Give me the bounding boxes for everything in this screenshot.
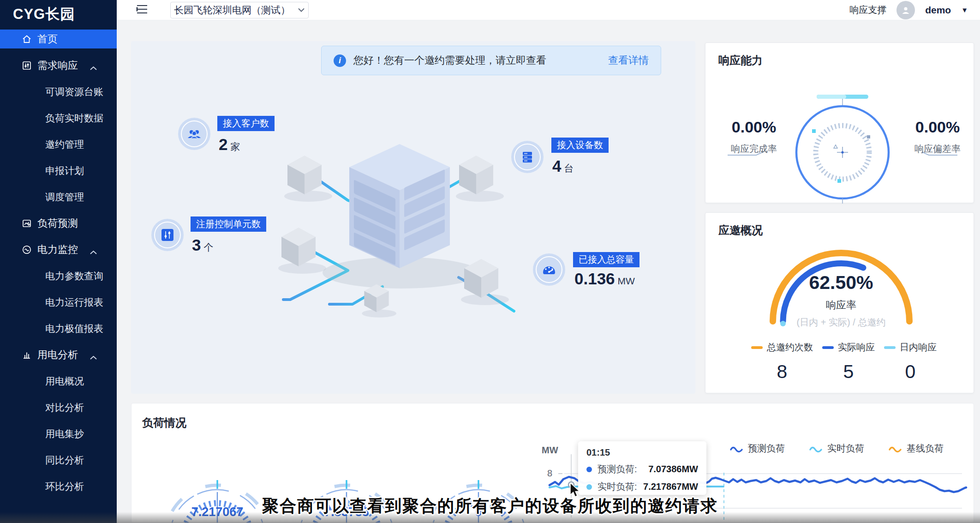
response-completion: 0.00% 响应完成率 <box>717 118 791 155</box>
sidebar-item-adjustable-resources[interactable]: 可调资源台账 <box>0 82 117 101</box>
chart-tooltip: 01:15 预测负荷: 7.07386MW 实时负荷: 7.217867MW <box>578 441 706 495</box>
bar-chart-icon <box>21 349 33 361</box>
wave-icon <box>809 445 823 452</box>
chevron-up-icon <box>90 62 97 74</box>
tooltip-row: 实时负荷: 7.217867MW <box>586 481 698 493</box>
user-icon <box>901 5 911 15</box>
sidebar-item-realtime-load-data[interactable]: 负荷实时数据 <box>0 108 117 127</box>
org-selector[interactable]: 长园飞轮深圳电网（测试） <box>170 2 309 18</box>
response-rate-readout: 62.50% 响应率 (日内 + 实际) / 总邀约 <box>767 272 915 329</box>
menu-fold-icon[interactable] <box>136 4 148 16</box>
notification-banner: i 您好！您有一个邀约需要处理，请立即查看 查看详情 <box>321 46 661 75</box>
sidebar-item-electricity-analysis[interactable]: 用电分析 <box>0 345 117 364</box>
avatar[interactable] <box>896 1 915 19</box>
series-dot <box>586 484 592 490</box>
topbar: 长园飞轮深圳电网（测试） 响应支撑 demo ▼ <box>117 0 980 20</box>
sidebar-item-power-monitoring[interactable]: 电力监控 <box>0 240 117 259</box>
wave-icon <box>729 445 743 452</box>
chevron-up-icon <box>90 246 97 258</box>
sidebar-item-power-parameter-query[interactable]: 电力参数查询 <box>0 266 117 285</box>
invitation-overview-card: 应邀概况 62.50% 响应率 (日内 + 实际) / 总邀约 总邀约次数 8 … <box>705 212 974 393</box>
sidebar: CYG长园 首页 需求响应 可调资源台账 负荷实时数据 邀约管理 申报计划 调度… <box>0 0 117 523</box>
sidebar-item-power-extreme-report[interactable]: 电力极值报表 <box>0 319 117 338</box>
legend-actual-responses: 实际响应 5 <box>816 341 881 383</box>
tooltip-time: 01:15 <box>586 447 698 458</box>
monitor-wave-icon <box>21 244 33 256</box>
sidebar-item-mom-analysis[interactable]: 环比分析 <box>0 477 117 496</box>
sidebar-item-power-operation-report[interactable]: 电力运行报表 <box>0 293 117 312</box>
caret-down-icon[interactable]: ▼ <box>961 6 968 14</box>
overview-panel: i 您好！您有一个邀约需要处理，请立即查看 查看详情 接入客户数 2 家 接入设… <box>131 41 695 394</box>
legend-dash <box>822 346 834 349</box>
sidebar-item-electricity-overview[interactable]: 用电概况 <box>0 372 117 391</box>
chevron-up-icon <box>90 351 97 363</box>
info-icon: i <box>334 54 346 67</box>
users-icon <box>178 118 210 150</box>
line-chart-icon <box>21 217 33 229</box>
sidebar-item-comparison-analysis[interactable]: 对比分析 <box>0 398 117 417</box>
sidebar-item-demand-response[interactable]: 需求响应 <box>0 56 117 75</box>
series-dot <box>586 467 592 472</box>
username[interactable]: demo <box>925 5 951 16</box>
legend-realtime-load[interactable]: 实时负荷 <box>809 442 864 455</box>
legend-dash <box>751 346 763 349</box>
sidebar-item-yoy-analysis[interactable]: 同比分析 <box>0 451 117 469</box>
wave-icon <box>888 445 902 452</box>
legend-baseline-load[interactable]: 基线负荷 <box>888 442 944 455</box>
tooltip-row: 预测负荷: 7.07386MW <box>586 463 698 475</box>
sidebar-item-invitation-management[interactable]: 邀约管理 <box>0 135 117 154</box>
sliders-icon <box>21 60 33 72</box>
server-icon <box>511 141 544 173</box>
response-capability-card: 响应能力 0.00% 响应完成率 0.00% 响应偏差率 <box>705 42 974 203</box>
app-logo: CYG长园 <box>0 0 117 29</box>
sidebar-item-load-forecast[interactable]: 负荷预测 <box>0 214 117 233</box>
notification-text: 您好！您有一个邀约需要处理，请立即查看 <box>353 54 546 67</box>
sidebar-item-declaration-plan[interactable]: 申报计划 <box>0 161 117 180</box>
video-subtitle: 聚合商可以查看到聚合的所有客户的设备所收到的邀约请求 <box>0 495 980 517</box>
gauge-icon <box>533 253 565 286</box>
legend-total-invitations: 总邀约次数 8 <box>745 341 819 383</box>
legend-forecast-load[interactable]: 预测负荷 <box>729 442 785 455</box>
control-unit-icon <box>151 219 184 251</box>
view-details-link[interactable]: 查看详情 <box>608 54 649 67</box>
response-deviation: 0.00% 响应偏差率 <box>901 118 974 155</box>
sidebar-item-home[interactable]: 首页 <box>0 30 117 48</box>
chevron-down-icon <box>298 7 305 12</box>
sidebar-item-meter-collection[interactable]: 用电集抄 <box>0 424 117 443</box>
legend-intraday-responses: 日内响应 0 <box>878 341 943 383</box>
sidebar-item-dispatch-management[interactable]: 调度管理 <box>0 187 117 206</box>
chart-legend: 预测负荷 实时负荷 基线负荷 <box>729 442 944 455</box>
home-icon <box>21 33 33 45</box>
response-support-link[interactable]: 响应支撑 <box>849 4 886 16</box>
legend-dash <box>884 346 896 349</box>
